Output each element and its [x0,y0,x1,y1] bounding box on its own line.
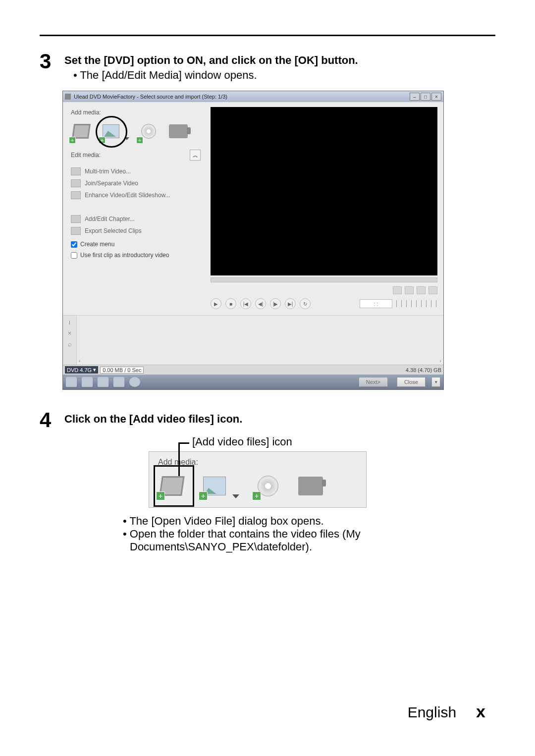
left-panel: Add media: + + + [63,102,207,315]
mark-in-icon[interactable] [405,286,414,294]
callout-label: [Add video files] icon [192,435,367,448]
next-button[interactable]: |▶ [270,298,281,309]
add-image-icon[interactable]: + [201,474,228,498]
chevron-down-icon: ▾ [93,367,96,373]
edit-media-header: Edit media: ︽ [71,150,201,161]
video-preview[interactable] [211,107,437,275]
step-bullet: The [Open Video File] dialog box opens. [123,515,495,528]
scrub-bar[interactable] [211,277,437,282]
step-title: Set the [DVD] option to ON, and click on… [64,54,495,67]
close-button[interactable]: × [431,93,441,101]
enhance-icon [71,191,81,199]
timeline-track[interactable]: ‹ › [77,316,443,365]
timeline-side-tools: i × ⌕ [63,316,77,365]
inset-toolbar: + + + [158,474,357,498]
edit-media-label: Edit media: [71,152,101,159]
step-bullet: Open the folder that contains the video … [123,528,495,553]
timeline: i × ⌕ ‹ › [63,315,443,365]
step-bullet: The [Add/Edit Media] window opens. [73,69,495,82]
app-icon [65,94,71,100]
first-button[interactable]: |◀ [240,298,251,309]
stop-button[interactable]: ■ [225,298,236,309]
step-3: 3 Set the [DVD] option to ON, and click … [40,51,495,82]
collapse-button[interactable]: ︽ [190,150,201,161]
step-4-bullets: The [Open Video File] dialog box opens. … [114,515,495,553]
preview-tools [211,284,437,296]
play-button[interactable]: ▶ [211,298,221,309]
scroll-right-icon[interactable]: › [439,358,441,364]
use-first-clip-checkbox[interactable]: Use first clip as introductory video [71,252,201,259]
minimize-button[interactable]: – [410,93,420,101]
step-number: 4 [40,410,64,431]
right-panel: ▶ ■ |◀ ◀| |▶ ▶| ↻ : : [207,102,443,315]
add-video-files-icon[interactable]: + [158,474,186,498]
prev-button[interactable]: ◀| [255,298,266,309]
join-icon [71,179,81,187]
help-icon[interactable] [129,377,140,387]
last-button[interactable]: ▶| [285,298,296,309]
timecode[interactable]: : : [360,299,392,308]
mark-out-icon[interactable] [417,286,426,294]
inset-panel-label: Add media: [158,458,357,467]
close-dropdown[interactable]: ▾ [431,377,440,387]
footer-page: x [476,702,485,721]
disc-type-selector[interactable]: DVD 4.7G ▾ [65,366,98,374]
disc-usage: 0.00 MB / 0 Sec [100,367,144,374]
step-number: 3 [40,51,64,72]
export-clips[interactable]: Export Selected Clips [71,225,201,237]
add-disc-icon[interactable]: + [254,474,282,498]
capture-icon[interactable] [168,121,189,142]
printer-icon[interactable] [113,377,124,387]
window-title: Ulead DVD MovieFactory - Select source a… [74,94,227,100]
add-media-label: Add media: [71,109,201,116]
info-icon[interactable]: i [66,319,74,326]
titlebar[interactable]: Ulead DVD MovieFactory - Select source a… [63,91,443,102]
export-icon [71,227,81,235]
burn-icon[interactable] [98,377,108,387]
add-video-files-icon[interactable]: + [71,121,92,142]
cut-icon[interactable] [428,286,437,294]
scroll-left-icon[interactable]: ‹ [79,358,81,364]
multi-trim-video[interactable]: Multi-trim Video... [71,165,201,177]
add-media-toolbar: + + + [71,121,201,142]
footer-language: English [408,704,456,721]
dropdown-icon[interactable] [124,137,129,140]
bottom-toolbar: Next> Close ▾ [63,375,443,389]
join-separate-video[interactable]: Join/Separate Video [71,177,201,189]
create-menu-check[interactable] [71,241,77,248]
use-first-clip-check[interactable] [71,252,77,259]
next-button[interactable]: Next> [359,377,388,387]
step-4: 4 Click on the [Add video files] icon. [40,410,495,431]
step-body: Click on the [Add video files] icon. [64,410,495,428]
scissors-icon [71,167,81,175]
step-body: Set the [DVD] option to ON, and click on… [64,51,495,82]
repeat-button[interactable]: ↻ [300,298,311,309]
status-bar: DVD 4.7G ▾ 0.00 MB / 0 Sec 4.38 (4.70) G… [63,365,443,375]
search-icon[interactable]: ⌕ [66,340,74,348]
inset-panel: Add media: + + + [149,451,367,508]
enhance-video[interactable]: Enhance Video/Edit Slideshow... [71,189,201,201]
create-menu-checkbox[interactable]: Create menu [71,241,201,248]
dropdown-icon[interactable] [232,494,239,498]
step-title: Click on the [Add video files] icon. [64,413,495,426]
delete-icon[interactable]: × [66,329,74,337]
settings-icon[interactable] [82,377,93,387]
volume-slider[interactable] [396,300,437,307]
add-image-icon[interactable]: + [101,121,121,142]
add-edit-chapter[interactable]: Add/Edit Chapter... [71,213,201,225]
app-window: Ulead DVD MovieFactory - Select source a… [62,91,444,390]
step-4-inset: [Add video files] icon Add media: + + + [149,435,367,508]
maximize-button[interactable]: □ [421,93,430,101]
chapter-icon [71,215,81,223]
project-icon[interactable] [66,377,77,387]
page-footer: English x [408,702,485,721]
close-wizard-button[interactable]: Close [397,377,426,387]
snapshot-icon[interactable] [393,286,402,294]
add-disc-icon[interactable]: + [138,121,159,142]
app-body: Add media: + + + [63,102,443,315]
playback-controls: ▶ ■ |◀ ◀| |▶ ▶| ↻ : : [211,296,437,311]
disc-capacity: 4.38 (4.70) GB [406,367,441,373]
capture-icon[interactable] [297,474,324,498]
